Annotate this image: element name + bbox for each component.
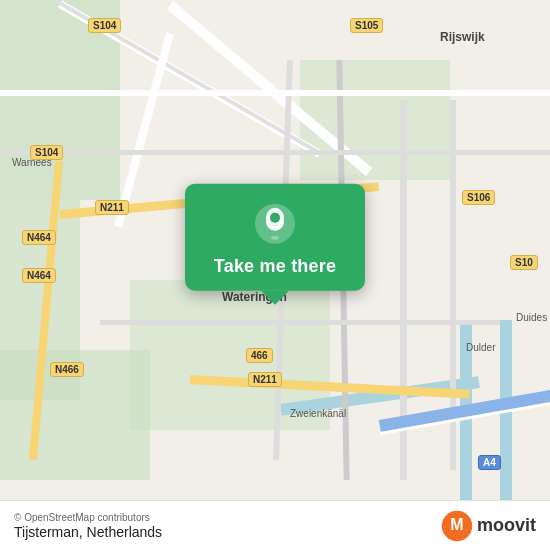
road-horiz-2 xyxy=(0,150,550,155)
moovit-logo-text: moovit xyxy=(477,515,536,536)
bottom-bar: © OpenStreetMap contributors Tijsterman,… xyxy=(0,500,550,550)
road-horiz-3 xyxy=(100,320,500,325)
route-badge-s105: S105 xyxy=(350,18,383,33)
map-label-rijswijk: Rijswijk xyxy=(440,30,485,44)
moovit-logo: M moovit xyxy=(441,510,536,542)
green-area xyxy=(300,60,450,180)
route-badge-466: 466 xyxy=(246,348,273,363)
route-badge-s104-left: S104 xyxy=(30,145,63,160)
route-badge-s10: S10 xyxy=(510,255,538,270)
map-label-canal: Zweienkänäl xyxy=(290,408,346,419)
copyright-text: © OpenStreetMap contributors xyxy=(14,512,162,523)
map-label-dulder: Dulder xyxy=(466,342,495,353)
route-badge-s104-top: S104 xyxy=(88,18,121,33)
svg-point-4 xyxy=(270,213,280,223)
route-badge-n211-bot: N211 xyxy=(248,372,282,387)
take-me-there-label: Take me there xyxy=(214,256,336,277)
bottom-left: © OpenStreetMap contributors Tijsterman,… xyxy=(14,512,162,540)
popup-card[interactable]: Take me there xyxy=(185,184,365,291)
svg-text:M: M xyxy=(450,515,463,532)
location-name: Tijsterman, Netherlands xyxy=(14,524,162,540)
route-badge-n211-left: N211 xyxy=(95,200,129,215)
location-pin-icon xyxy=(253,202,297,246)
map-label-duides: Duides xyxy=(516,312,547,323)
route-badge-n466: N466 xyxy=(50,362,84,377)
svg-point-3 xyxy=(271,236,279,240)
moovit-logo-icon: M xyxy=(441,510,473,542)
route-badge-n464-mid: N464 xyxy=(22,268,56,283)
route-badge-s106: S106 xyxy=(462,190,495,205)
route-badge-n464-top: N464 xyxy=(22,230,56,245)
route-badge-a4: A4 xyxy=(478,455,501,470)
road-horiz-1 xyxy=(0,90,550,96)
map-container: S104 S105 S104 N211 N464 N464 S106 S10 N… xyxy=(0,0,550,500)
